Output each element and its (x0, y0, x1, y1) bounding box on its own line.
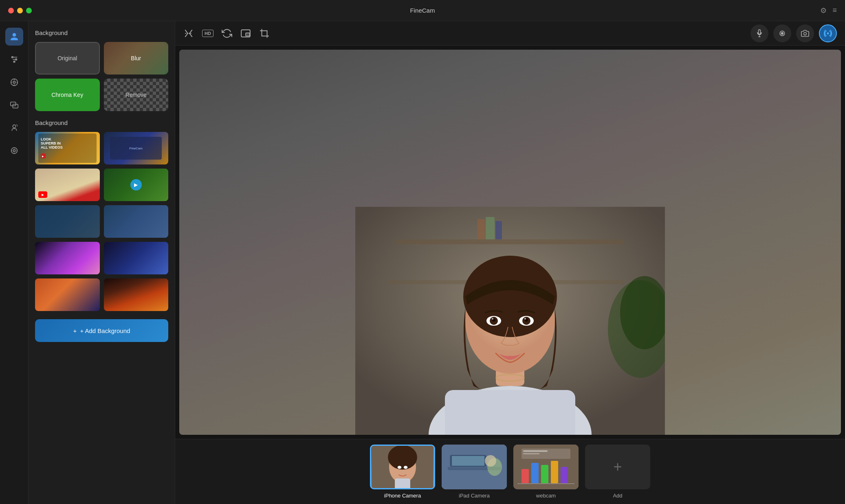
youtube-icon: ▶ (38, 191, 47, 198)
svg-point-43 (492, 318, 493, 320)
svg-rect-57 (452, 456, 484, 466)
titlebar: FineCam ⚙ ≡ (0, 0, 845, 21)
bg-thumb-7[interactable] (35, 242, 100, 274)
maximize-button[interactable] (26, 8, 32, 13)
iphone-preview-content (371, 446, 434, 488)
add-camera-button[interactable]: + Add (585, 445, 650, 499)
bg-thumb-5[interactable] (35, 205, 100, 238)
thumb-4-overlay: ▶ (104, 169, 169, 201)
iphone-camera-label: iPhone Camera (384, 493, 421, 499)
bg-thumbnails-grid: LOOKSUPERB INALL VIDEOS ▶ FineCam (35, 132, 168, 311)
svg-point-16 (13, 149, 15, 152)
svg-point-3 (11, 57, 13, 58)
close-button[interactable] (8, 8, 14, 13)
svg-point-22 (781, 32, 783, 34)
svg-point-15 (11, 148, 17, 154)
add-bg-label: + Add Background (80, 327, 130, 334)
webcam-preview-content (513, 445, 579, 489)
svg-point-14 (13, 125, 15, 128)
bg-thumb-6[interactable] (104, 205, 169, 238)
add-camera-icon-container: + (585, 445, 650, 489)
sidebar-item-ar[interactable] (5, 142, 23, 160)
svg-rect-29 (478, 219, 485, 239)
svg-point-5 (13, 61, 15, 63)
hd-badge[interactable]: HD (202, 30, 213, 37)
minimize-button[interactable] (17, 8, 23, 13)
ipad-preview-content (442, 445, 507, 489)
webcam-label: webcam (536, 493, 556, 499)
bg-thumb-9[interactable] (35, 278, 100, 311)
svg-rect-65 (561, 467, 568, 483)
svg-point-59 (485, 455, 496, 467)
svg-rect-62 (531, 463, 539, 483)
menu-icon[interactable]: ≡ (832, 6, 837, 15)
sidebar-item-avatar[interactable] (5, 119, 23, 137)
svg-rect-61 (522, 469, 529, 483)
camera-strip: iPhone Camera iPad Camera (175, 439, 845, 504)
live-button[interactable] (819, 24, 837, 42)
app-container: Background Original Blur Chroma Key Remo… (0, 21, 845, 504)
main-area: HD (175, 21, 845, 504)
svg-rect-20 (262, 31, 267, 36)
bg-thumb-10[interactable] (104, 278, 169, 311)
add-bg-plus-icon: + (73, 327, 77, 334)
add-camera-plus-icon: + (613, 458, 622, 476)
bg-thumb-2[interactable]: FineCam (104, 132, 169, 164)
svg-point-47 (524, 318, 526, 320)
svg-rect-31 (495, 221, 502, 239)
left-panel: Background Original Blur Chroma Key Remo… (29, 21, 175, 504)
svg-rect-30 (486, 217, 495, 239)
snapshot-button[interactable] (796, 24, 814, 42)
svg-rect-69 (523, 453, 539, 454)
bg-option-remove[interactable]: Remove (104, 79, 169, 111)
sidebar-item-effects[interactable] (5, 73, 23, 91)
bg-option-original[interactable]: Original (35, 42, 100, 75)
bg-thumb-1[interactable]: LOOKSUPERB INALL VIDEOS ▶ (35, 132, 100, 164)
camera-switch-button[interactable] (222, 28, 232, 39)
sidebar (0, 21, 29, 504)
ipad-camera-label: iPad Camera (459, 493, 490, 499)
bg-option-blur[interactable]: Blur (104, 42, 169, 75)
sidebar-item-overlays[interactable] (5, 96, 23, 114)
background-section-title: Background (35, 29, 168, 36)
svg-point-24 (827, 33, 828, 34)
svg-rect-35 (445, 390, 575, 435)
flip-button[interactable] (183, 28, 194, 39)
bg-thumb-8[interactable] (104, 242, 169, 274)
svg-rect-64 (551, 461, 558, 483)
ipad-preview (442, 445, 507, 489)
webcam-preview (513, 445, 579, 489)
crop-button[interactable] (259, 28, 270, 39)
iphone-preview (370, 445, 435, 489)
svg-rect-27 (396, 239, 624, 244)
sidebar-item-filters[interactable] (5, 50, 23, 68)
camera-thumb-iphone[interactable]: iPhone Camera (370, 445, 435, 499)
svg-rect-66 (517, 483, 574, 484)
bg-thumbnails-title: Background (35, 119, 168, 126)
mic-button[interactable] (750, 24, 768, 42)
camera-thumb-webcam[interactable]: webcam (513, 445, 579, 499)
titlebar-right: ⚙ ≡ (820, 6, 837, 15)
add-background-button[interactable]: + + Add Background (35, 319, 168, 342)
svg-rect-51 (395, 478, 410, 488)
svg-point-50 (388, 446, 417, 470)
toolbar-left: HD (183, 28, 270, 39)
sidebar-item-camera[interactable] (5, 28, 23, 46)
pip-button[interactable] (240, 28, 251, 39)
toolbar: HD (175, 21, 845, 46)
svg-point-23 (804, 32, 807, 35)
svg-point-4 (15, 59, 17, 60)
bg-thumb-4[interactable]: ▶ (104, 169, 169, 201)
bg-option-chroma-key[interactable]: Chroma Key (35, 79, 100, 111)
svg-rect-68 (523, 450, 548, 452)
toolbar-right (750, 24, 837, 42)
camera-preview (179, 50, 841, 435)
thumb-1-overlay: LOOKSUPERB INALL VIDEOS ▶ (35, 132, 100, 164)
settings-icon[interactable]: ⚙ (820, 6, 827, 15)
bg-thumb-3[interactable]: ▶ (35, 169, 100, 201)
traffic-lights (8, 8, 32, 13)
app-title: FineCam (410, 7, 435, 14)
svg-rect-63 (541, 465, 548, 483)
record-button[interactable] (773, 24, 791, 42)
camera-thumb-ipad[interactable]: iPad Camera (442, 445, 507, 499)
